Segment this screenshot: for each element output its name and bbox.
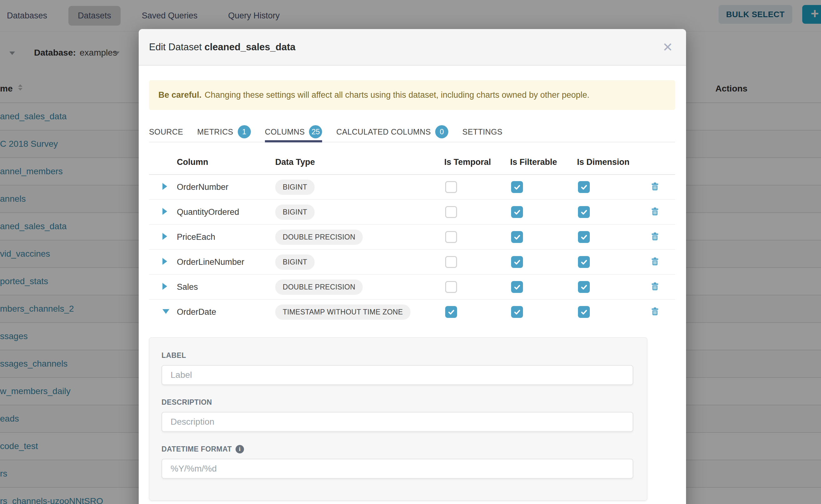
columns-table-header: Column Data Type Is Temporal Is Filterab… — [149, 150, 675, 175]
is-temporal-header: Is Temporal — [444, 157, 510, 167]
data-type-pill: TIMESTAMP WITHOUT TIME ZONE — [275, 304, 410, 320]
modal-body: Be careful. Changing these settings will… — [139, 80, 686, 501]
trash-icon — [652, 232, 658, 240]
expand-caret-icon[interactable] — [162, 258, 167, 265]
expand-caret-icon[interactable] — [162, 183, 167, 190]
modal-header: Edit Dataset cleaned_sales_data ✕ — [139, 29, 686, 66]
tab-source[interactable]: SOURCE — [149, 122, 183, 142]
page: Databases Datasets Saved Queries Query H… — [0, 0, 821, 504]
tab-settings[interactable]: SETTINGS — [463, 122, 502, 142]
is-dimension-checkbox[interactable] — [578, 231, 590, 243]
data-type-pill: BIGINT — [275, 205, 314, 220]
column-name: QuantityOrdered — [177, 207, 275, 217]
columns-table: Column Data Type Is Temporal Is Filterab… — [149, 150, 675, 324]
modal-title: Edit Dataset cleaned_sales_data — [149, 42, 295, 53]
is-temporal-checkbox[interactable] — [445, 256, 457, 268]
is-dimension-checkbox[interactable] — [578, 306, 590, 318]
column-name: OrderLineNumber — [177, 257, 275, 267]
data-type-pill: BIGINT — [275, 180, 314, 195]
column-row: OrderDateTIMESTAMP WITHOUT TIME ZONE — [149, 300, 675, 324]
is-filterable-checkbox[interactable] — [511, 206, 523, 218]
edit-dataset-modal: Edit Dataset cleaned_sales_data ✕ Be car… — [139, 29, 686, 504]
trash-icon — [652, 182, 658, 190]
description-input[interactable] — [161, 412, 633, 432]
modal-title-dataset-name: cleaned_sales_data — [205, 42, 295, 52]
trash-icon — [652, 257, 658, 265]
close-icon: ✕ — [662, 40, 673, 54]
data-type-pill: DOUBLE PRECISION — [275, 230, 363, 245]
is-filterable-checkbox[interactable] — [511, 256, 523, 268]
description-field-label: DESCRIPTION — [161, 398, 633, 407]
warning-bold-text: Be careful. — [158, 90, 201, 100]
is-dimension-checkbox[interactable] — [578, 256, 590, 268]
column-editor-panel: LABEL DESCRIPTION DATETIME FORMAT i — [149, 337, 647, 501]
close-button[interactable]: ✕ — [659, 29, 677, 65]
column-name: OrderDate — [177, 307, 275, 317]
modal-tabs: SOURCE METRICS 1 COLUMNS 25 CALCULATED C… — [149, 122, 675, 142]
tab-columns[interactable]: COLUMNS 25 — [265, 122, 322, 142]
tab-label: CALCULATED COLUMNS — [336, 127, 431, 136]
tab-label: SETTINGS — [463, 127, 502, 136]
warning-text: Changing these settings will affect all … — [205, 90, 590, 100]
datetime-format-field-label: DATETIME FORMAT i — [161, 445, 633, 453]
tab-label: METRICS — [197, 127, 233, 136]
data-type-header: Data Type — [275, 157, 444, 167]
is-temporal-checkbox[interactable] — [445, 206, 457, 218]
tab-calculated-columns[interactable]: CALCULATED COLUMNS 0 — [336, 122, 448, 142]
calculated-columns-count-badge: 0 — [435, 125, 448, 138]
tab-metrics[interactable]: METRICS 1 — [197, 122, 250, 142]
column-name: OrderNumber — [177, 182, 275, 192]
label-field-label: LABEL — [161, 351, 633, 360]
is-dimension-checkbox[interactable] — [578, 281, 590, 293]
column-row: OrderNumberBIGINT — [149, 175, 675, 200]
delete-column-button[interactable] — [644, 207, 675, 217]
tab-label: COLUMNS — [265, 127, 305, 136]
is-filterable-checkbox[interactable] — [511, 181, 523, 193]
is-dimension-checkbox[interactable] — [578, 181, 590, 193]
is-filterable-checkbox[interactable] — [511, 281, 523, 293]
is-temporal-checkbox[interactable] — [445, 181, 457, 193]
delete-column-button[interactable] — [644, 307, 675, 317]
trash-icon — [652, 282, 658, 290]
column-name: PriceEach — [177, 232, 275, 242]
is-dimension-checkbox[interactable] — [578, 206, 590, 218]
metrics-count-badge: 1 — [238, 125, 251, 138]
data-type-pill: DOUBLE PRECISION — [275, 279, 363, 295]
label-input[interactable] — [161, 365, 633, 385]
column-row: QuantityOrderedBIGINT — [149, 200, 675, 225]
column-row: SalesDOUBLE PRECISION — [149, 275, 675, 300]
is-filterable-checkbox[interactable] — [511, 231, 523, 243]
delete-column-button[interactable] — [644, 282, 675, 292]
is-dimension-header: Is Dimension — [577, 157, 644, 167]
is-temporal-checkbox[interactable] — [445, 306, 457, 318]
columns-table-body: OrderNumberBIGINTQuantityOrderedBIGINTPr… — [149, 175, 675, 324]
data-type-pill: BIGINT — [275, 254, 314, 270]
column-header: Column — [177, 157, 275, 167]
column-name: Sales — [177, 282, 275, 292]
column-row: OrderLineNumberBIGINT — [149, 250, 675, 275]
warning-banner: Be careful. Changing these settings will… — [149, 80, 675, 110]
expand-caret-icon[interactable] — [162, 208, 167, 215]
info-icon[interactable]: i — [235, 445, 244, 453]
delete-column-button[interactable] — [644, 232, 675, 242]
collapse-caret-icon[interactable] — [162, 309, 169, 314]
columns-count-badge: 25 — [309, 125, 322, 138]
expand-caret-icon[interactable] — [162, 233, 167, 240]
datetime-format-input[interactable] — [161, 459, 633, 479]
trash-icon — [652, 307, 658, 315]
delete-column-button[interactable] — [644, 182, 675, 192]
delete-column-button[interactable] — [644, 257, 675, 267]
tab-label: SOURCE — [149, 127, 183, 136]
modal-title-prefix: Edit Dataset — [149, 42, 202, 52]
is-temporal-checkbox[interactable] — [445, 281, 457, 293]
is-filterable-checkbox[interactable] — [511, 306, 523, 318]
trash-icon — [652, 207, 658, 215]
is-filterable-header: Is Filterable — [510, 157, 577, 167]
is-temporal-checkbox[interactable] — [445, 231, 457, 243]
column-row: PriceEachDOUBLE PRECISION — [149, 225, 675, 250]
expand-caret-icon[interactable] — [162, 283, 167, 290]
